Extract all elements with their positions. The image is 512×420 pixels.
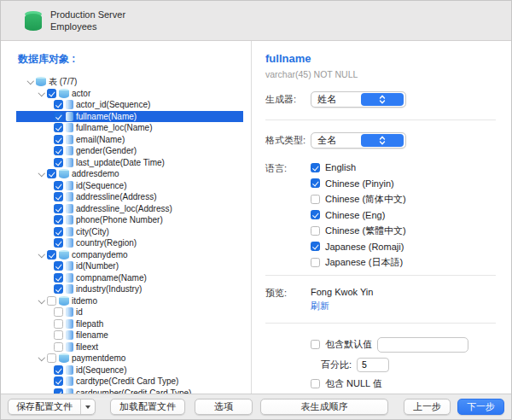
tree-node[interactable]: filename — [16, 330, 243, 341]
checkbox[interactable] — [54, 388, 63, 394]
tree-node[interactable]: email(Name) — [16, 134, 243, 146]
checkbox[interactable] — [54, 273, 63, 283]
tree-node[interactable]: cardtype(Credit Card Type) — [16, 376, 243, 388]
chevron-down-icon[interactable] — [38, 355, 44, 362]
checkbox[interactable] — [54, 123, 63, 132]
tree-node[interactable]: fileext — [16, 341, 243, 353]
language-option: Chinese (简体中文) — [311, 191, 406, 207]
tree-node[interactable]: id(Number) — [16, 260, 243, 272]
checkbox[interactable] — [54, 238, 63, 248]
checkbox[interactable] — [54, 261, 63, 271]
language-option-label: Chinese (繁體中文) — [325, 225, 406, 237]
checkbox[interactable] — [311, 258, 320, 267]
tree-node[interactable]: id — [16, 306, 243, 318]
checkbox[interactable] — [54, 135, 63, 144]
database-name: Employees — [50, 20, 125, 32]
tree-node[interactable]: paymentdemo — [16, 353, 243, 365]
column-icon — [66, 238, 73, 248]
tree-node[interactable]: industry(Industry) — [16, 283, 243, 295]
checkbox[interactable] — [54, 192, 63, 201]
checkbox[interactable] — [54, 365, 63, 375]
load-profile-button[interactable]: 加载配置文件 — [110, 399, 185, 415]
checkbox[interactable] — [47, 89, 56, 98]
checkbox[interactable] — [311, 210, 320, 219]
tree-node-label: addressline(Address) — [76, 192, 157, 201]
tree-node[interactable]: id(Sequence) — [16, 365, 243, 376]
chevron-down-icon[interactable] — [38, 90, 44, 96]
generator-row: 生成器: 姓名 — [265, 91, 496, 108]
object-tree[interactable]: 表 (7/7)actoractor_id(Sequence)fullname(N… — [16, 76, 243, 394]
tree-node[interactable]: actor — [16, 88, 243, 100]
save-profile-split-button: 保存配置文件 — [8, 399, 96, 415]
tree-node-label: industry(Industry) — [76, 284, 142, 294]
checkbox[interactable] — [54, 100, 63, 109]
generator-select[interactable]: 姓名 — [311, 91, 406, 108]
generator-value: 姓名 — [317, 93, 361, 106]
checkbox[interactable] — [47, 169, 56, 178]
options-button[interactable]: 选项 — [195, 399, 253, 415]
checkbox[interactable] — [54, 146, 63, 155]
tree-node[interactable]: companydemo — [16, 249, 243, 261]
checkbox[interactable] — [54, 284, 63, 294]
column-icon — [66, 123, 73, 132]
tree-node[interactable]: last_update(Date Time) — [16, 157, 243, 169]
tree-node-label: actor_id(Sequence) — [76, 100, 150, 109]
tree-node[interactable]: 表 (7/7) — [16, 76, 243, 88]
refresh-link[interactable]: 刷新 — [311, 300, 373, 312]
checkbox[interactable] — [311, 163, 320, 172]
tree-node[interactable]: itdemo — [16, 295, 243, 307]
tree-node[interactable]: fullname_loc(Name) — [16, 122, 243, 134]
default-value-input[interactable] — [377, 337, 468, 353]
include-default-checkbox[interactable] — [311, 340, 320, 349]
chevron-down-icon[interactable] — [38, 251, 44, 258]
tree-node[interactable]: country(Region) — [16, 237, 243, 249]
previous-step-button[interactable]: 上一步 — [404, 399, 451, 415]
checkbox[interactable] — [311, 226, 320, 236]
chevron-down-icon[interactable] — [38, 171, 44, 178]
data-generation-wizard-window: Production Server Employees 数据库对象 : 表 (7… — [0, 0, 512, 420]
tree-node[interactable]: addressline(Address) — [16, 191, 243, 203]
checkbox[interactable] — [54, 158, 63, 167]
column-icon — [66, 342, 73, 352]
save-profile-menu-button[interactable] — [80, 400, 95, 414]
checkbox[interactable] — [54, 342, 63, 352]
chevron-down-icon[interactable] — [26, 79, 33, 85]
checkbox[interactable] — [47, 353, 56, 363]
include-null-checkbox[interactable] — [311, 379, 320, 388]
tree-node[interactable]: actor_id(Sequence) — [16, 99, 243, 111]
include-null-label: 包含 NULL 值 — [325, 377, 382, 390]
checkbox[interactable] — [54, 227, 63, 236]
tree-node[interactable]: fullname(Name) — [16, 111, 243, 123]
language-option-label: Chinese (简体中文) — [325, 193, 406, 206]
checkbox[interactable] — [54, 112, 63, 121]
tree-node[interactable]: gender(Gender) — [16, 145, 243, 157]
table-order-button[interactable]: 表生成顺序 — [260, 399, 388, 415]
checkbox[interactable] — [54, 330, 63, 340]
tree-node-label: fullname(Name) — [76, 112, 137, 121]
tree-node[interactable]: filepath — [16, 318, 243, 330]
save-profile-button[interactable]: 保存配置文件 — [9, 400, 80, 414]
tree-node[interactable]: city(City) — [16, 226, 243, 238]
tree-node[interactable]: cardnumber(Credit Card Type) — [16, 388, 243, 394]
tree-node[interactable]: id(Sequence) — [16, 180, 243, 192]
tree-node[interactable]: compname(Name) — [16, 272, 243, 284]
checkbox[interactable] — [311, 178, 320, 188]
percent-default-input[interactable] — [357, 358, 389, 372]
tree-node[interactable]: addresdemo — [16, 168, 243, 180]
format-type-select[interactable]: 全名 — [311, 132, 406, 149]
checkbox[interactable] — [54, 204, 63, 213]
tree-node[interactable]: phone(Phone Number) — [16, 214, 243, 226]
table-icon — [59, 353, 69, 363]
checkbox[interactable] — [47, 296, 56, 306]
chevron-down-icon[interactable] — [38, 297, 44, 304]
checkbox[interactable] — [54, 181, 63, 190]
checkbox[interactable] — [54, 215, 63, 225]
checkbox[interactable] — [47, 250, 56, 260]
checkbox[interactable] — [54, 376, 63, 386]
checkbox[interactable] — [54, 307, 63, 317]
checkbox[interactable] — [54, 319, 63, 329]
checkbox[interactable] — [311, 195, 320, 204]
checkbox[interactable] — [311, 242, 320, 251]
next-step-button[interactable]: 下一步 — [457, 399, 504, 415]
tree-node[interactable]: addressline_loc(Address) — [16, 203, 243, 215]
